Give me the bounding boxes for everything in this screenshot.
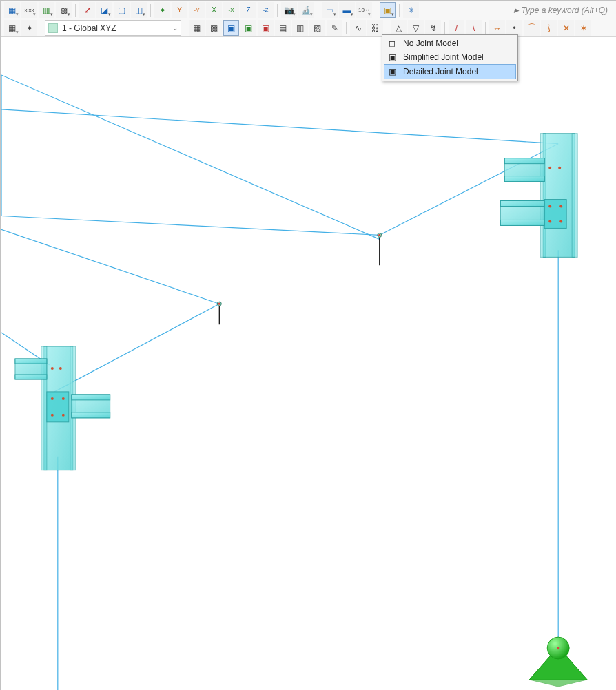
svg-point-28 (559, 205, 562, 208)
mesh-refine-icon[interactable]: ▩ (206, 20, 222, 36)
support-b-icon[interactable]: ▽ (408, 20, 424, 36)
svg-point-30 (559, 220, 562, 222)
floor-plane-icon[interactable]: ▬▾ (339, 2, 355, 18)
toolbar-row-2: ▦▾✦ 1 - Global XYZ ⌄ ▦▩▣▣▣▤▥▨✎∿⛓△▽↯/\↔•⌒… (1, 19, 616, 37)
support-a-icon[interactable]: △ (391, 20, 407, 36)
svg-point-44 (62, 397, 65, 400)
axis-neg-z-icon[interactable]: -Z (258, 2, 274, 18)
line-1-icon[interactable]: / (449, 20, 464, 36)
cross-1-icon[interactable]: ✕ (558, 20, 574, 36)
chevron-down-icon: ▾ (108, 12, 111, 17)
node-mark-icon[interactable]: • (506, 20, 522, 36)
toolbar-separator (346, 22, 347, 34)
framework-1-icon[interactable]: ▣ (223, 20, 239, 36)
table-icon[interactable]: ▦ (189, 20, 205, 36)
coordinate-system-dropdown[interactable]: 1 - Global XYZ ⌄ (45, 20, 181, 36)
svg-point-32 (558, 167, 561, 169)
svg-rect-41 (72, 412, 110, 418)
svg-rect-22 (504, 176, 544, 182)
menu-simplified-joint[interactable]: ▣Simplified Joint Model (384, 50, 516, 64)
direction-icon[interactable]: ↯ (425, 20, 441, 36)
svg-line-8 (1, 229, 219, 304)
menu-item-label: No Joint Model (403, 39, 458, 48)
svg-point-31 (548, 167, 551, 169)
structure-wireframe (1, 75, 558, 690)
toolbar-separator (399, 4, 400, 17)
zoom-extents-icon[interactable]: ⤢ (79, 2, 95, 18)
chevron-down-icon: ▾ (16, 12, 19, 17)
framework-4-icon[interactable]: ▤ (275, 20, 291, 36)
axis-x-icon[interactable]: X (206, 2, 222, 18)
select-node-icon[interactable]: ✦ (21, 20, 37, 36)
toolbar-separator (75, 4, 76, 17)
section-plane-icon[interactable]: ▭▾ (322, 2, 338, 18)
link-nodes-icon[interactable]: ∿ (350, 20, 366, 36)
rigid-link-icon[interactable]: ⛓ (367, 20, 383, 36)
menu-item-label: Simplified Joint Model (403, 52, 484, 62)
chevron-down-icon: ▾ (293, 12, 296, 17)
rendering-icon[interactable]: ✳ (403, 2, 419, 18)
chevron-down-icon: ▾ (68, 12, 70, 17)
toolbar-separator (41, 22, 41, 34)
microscope-icon[interactable]: 🔬▾ (298, 2, 314, 18)
chevron-down-icon: ⌄ (172, 24, 178, 32)
grid-on-icon[interactable]: ▦▾ (4, 20, 20, 36)
toolbar-separator (444, 22, 445, 34)
arc-2-icon[interactable]: ⟆ (541, 20, 557, 36)
menu-item-label: Detailed Joint Model (403, 67, 478, 76)
toolbar-row-1: ▦▾x.xx▾▥▾▩▾⤢◪▾▢◫▾✦Y-YX-XZ-Z📷▾🔬▾▭▾▬▾10↔▾▣… (1, 1, 616, 19)
framework-5-icon[interactable]: ▥ (292, 20, 308, 36)
axes-xyz-icon[interactable]: ✦ (154, 2, 170, 18)
axis-neg-x-icon[interactable]: -X (223, 2, 239, 18)
toggle-display-icon[interactable]: ▥▾ (39, 2, 54, 18)
svg-rect-18 (540, 134, 546, 258)
toolbar-separator (376, 4, 376, 17)
svg-rect-19 (572, 134, 577, 258)
toolbar-separator (185, 22, 185, 34)
svg-rect-42 (47, 392, 69, 422)
toolbar-2-right: ▦▩▣▣▣▤▥▨✎∿⛓△▽↯/\↔•⌒⟆✕✶ (189, 20, 591, 36)
svg-point-48 (59, 367, 62, 370)
camera-view-icon[interactable]: 📷▾ (281, 2, 297, 18)
framework-2-icon[interactable]: ▣ (240, 20, 256, 36)
span-1-icon[interactable]: ↔ (489, 20, 505, 36)
model-svg (1, 37, 616, 690)
solid-model-icon[interactable]: ◪▾ (96, 2, 112, 18)
search-box[interactable]: ▶ Type a keyword (Alt+Q) (514, 3, 613, 18)
new-structure-icon[interactable]: ▦▾ (4, 2, 20, 18)
framework-edit-icon[interactable]: ✎ (327, 20, 342, 36)
line-2-icon[interactable]: \ (466, 20, 482, 36)
svg-line-1 (1, 75, 380, 239)
model-viewport[interactable] (1, 37, 616, 690)
framework-6-icon[interactable]: ▨ (309, 20, 325, 36)
axis-y-icon[interactable]: Y (172, 2, 187, 18)
arc-1-icon[interactable]: ⌒ (524, 20, 540, 36)
chevron-down-icon: ▾ (391, 12, 394, 17)
svg-rect-40 (72, 395, 110, 400)
toolbar-separator (277, 4, 278, 17)
toolbar-separator (150, 4, 151, 17)
hatching-icon[interactable]: ▩▾ (56, 2, 72, 18)
axis-z-icon[interactable]: Z (240, 2, 256, 18)
svg-rect-38 (15, 375, 47, 379)
chevron-down-icon: ▾ (33, 12, 36, 17)
dimension-icon[interactable]: x.xx▾ (21, 2, 37, 18)
joint-type-icon: ▣ (387, 66, 398, 77)
toolbar-separator (387, 22, 387, 34)
chevron-down-icon: ▾ (368, 12, 371, 17)
joint-model-icon[interactable]: ▣▾ (380, 2, 396, 18)
framework-3-icon[interactable]: ▣ (258, 20, 274, 36)
svg-rect-21 (504, 158, 544, 164)
svg-point-16 (218, 303, 220, 305)
svg-rect-25 (500, 220, 544, 225)
wireframe-icon[interactable]: ▢ (114, 2, 130, 18)
chevron-down-icon: ▾ (333, 12, 336, 17)
axis-neg-y-icon[interactable]: -Y (189, 2, 205, 18)
menu-no-joint[interactable]: ◻No Joint Model (384, 36, 516, 50)
support-cone (529, 637, 587, 687)
cross-2-icon[interactable]: ✶ (575, 20, 591, 36)
joint-model-menu[interactable]: ◻No Joint Model▣Simplified Joint Model▣D… (382, 34, 518, 81)
dimension-10-icon[interactable]: 10↔▾ (356, 2, 372, 18)
menu-detailed-joint[interactable]: ▣Detailed Joint Model (384, 64, 516, 79)
transparency-icon[interactable]: ◫▾ (131, 2, 147, 18)
